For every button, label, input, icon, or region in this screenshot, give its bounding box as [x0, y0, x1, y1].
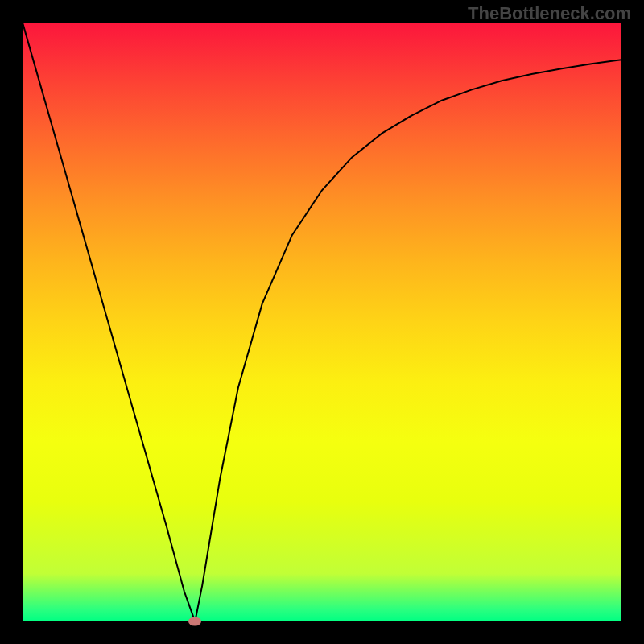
watermark-text: TheBottleneck.com: [468, 3, 631, 24]
chart-frame: TheBottleneck.com: [0, 0, 644, 644]
minimum-marker: [188, 617, 201, 626]
bottleneck-curve: [23, 23, 621, 621]
plot-area: [23, 23, 621, 621]
curve-layer: [23, 23, 621, 621]
